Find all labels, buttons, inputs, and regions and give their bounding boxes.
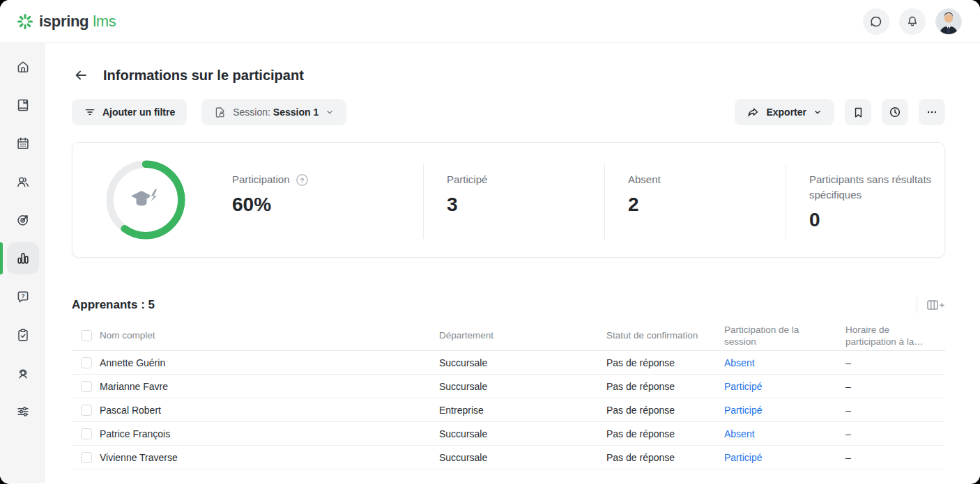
sidebar-item-users[interactable] (7, 166, 39, 198)
col-header-participation[interactable]: Participation de la session (724, 324, 845, 348)
ispring-logo[interactable]: ispring lms (17, 13, 116, 31)
active-indicator (0, 242, 3, 274)
sidebar-item-calendar[interactable] (7, 127, 39, 159)
stat-no-results-label: Participants sans résultats spécifiques (809, 172, 937, 203)
cell-participation-link[interactable]: Absent (724, 428, 755, 439)
table-row: Patrice François Succursale Pas de répon… (72, 422, 945, 446)
bookmark-button[interactable] (845, 99, 871, 125)
help-bubble-icon: ? (15, 289, 31, 304)
col-header-department[interactable]: Département (439, 329, 606, 341)
sidebar: ? (0, 43, 45, 483)
svg-text:?: ? (21, 293, 24, 299)
cell-name: Annette Guérin (100, 357, 439, 368)
more-options-button[interactable] (919, 99, 945, 125)
sidebar-item-courses[interactable] (7, 89, 39, 121)
sidebar-item-questions[interactable]: ? (7, 281, 39, 313)
cell-department: Succursale (439, 428, 606, 439)
cell-name: Marianne Favre (100, 381, 439, 392)
cell-participation-link[interactable]: Participé (724, 452, 762, 463)
main-content: Informations sur le participant Ajouter … (45, 43, 980, 483)
messages-button[interactable] (863, 8, 889, 35)
sidebar-item-home[interactable] (7, 51, 39, 83)
clock-icon (888, 105, 902, 119)
chat-icon (869, 15, 883, 29)
stat-absent-label: Absent (628, 172, 661, 187)
col-header-schedule[interactable]: Horaire de participation à la… (845, 324, 945, 348)
cell-schedule: – (845, 452, 945, 463)
row-checkbox[interactable] (81, 405, 92, 416)
sidebar-item-reports[interactable] (7, 242, 39, 274)
bar-chart-icon (15, 251, 31, 266)
row-checkbox[interactable] (81, 452, 92, 463)
sidebar-item-settings[interactable] (7, 396, 39, 428)
topbar: ispring lms (0, 0, 980, 43)
cell-name: Vivienne Traverse (100, 452, 439, 463)
table-row: Marianne Favre Succursale Pas de réponse… (72, 375, 945, 398)
avatar-image (936, 9, 961, 34)
page-title: Informations sur le participant (103, 65, 304, 86)
cell-confirmation: Pas de réponse (606, 381, 724, 392)
columns-plus-icon (926, 297, 945, 313)
cell-name: Pascal Robert (100, 405, 439, 416)
col-header-confirmation[interactable]: Statut de confirmation (606, 329, 724, 341)
calendar-icon (15, 136, 31, 151)
home-icon (15, 59, 31, 75)
session-filter-button[interactable]: Session: Session 1 (201, 99, 346, 125)
divider (917, 297, 917, 313)
stats-card: Participation ? 60% Participé 3 (72, 142, 945, 258)
sliders-icon (15, 404, 31, 419)
session-filter-label: Session: Session 1 (233, 107, 319, 118)
ispring-burst-icon (17, 13, 33, 30)
stat-participated-label: Participé (447, 172, 487, 187)
table-tools (917, 297, 945, 313)
row-checkbox[interactable] (81, 381, 92, 392)
table-row: Pascal Robert Entreprise Pas de réponse … (72, 398, 945, 422)
actions-group: Exporter (735, 99, 945, 125)
user-avatar[interactable] (935, 8, 962, 35)
toolbar: Ajouter un filtre Session: Session 1 (72, 99, 945, 125)
add-column-button[interactable] (926, 297, 945, 313)
sidebar-item-support[interactable] (7, 357, 39, 389)
cell-name: Patrice François (100, 428, 439, 439)
filter-icon (84, 106, 96, 118)
table-row: Annette Guérin Succursale Pas de réponse… (72, 351, 945, 375)
chevron-down-icon (813, 107, 822, 117)
chevron-down-icon (325, 107, 335, 117)
notifications-button[interactable] (899, 8, 926, 35)
export-button[interactable]: Exporter (735, 99, 834, 125)
row-checkbox[interactable] (81, 428, 92, 439)
learners-header: Apprenants : 5 (72, 297, 945, 313)
cell-schedule: – (845, 428, 945, 439)
export-label: Exporter (766, 107, 806, 118)
learners-count-heading: Apprenants : 5 (72, 298, 155, 312)
row-checkbox[interactable] (81, 357, 92, 368)
users-icon (15, 174, 31, 189)
logo-text-primary: ispring (39, 13, 89, 31)
cell-department: Succursale (439, 357, 606, 368)
add-filter-button[interactable]: Ajouter un filtre (72, 99, 187, 125)
col-header-name[interactable]: Nom complet (100, 329, 439, 341)
cell-participation-link[interactable]: Absent (724, 357, 755, 368)
back-button[interactable] (72, 66, 90, 84)
select-all-checkbox[interactable] (81, 330, 92, 341)
sidebar-item-assignments[interactable] (7, 319, 39, 351)
filter-group: Ajouter un filtre Session: Session 1 (72, 99, 346, 125)
help-icon[interactable]: ? (296, 173, 309, 187)
table-header-row: Nom complet Département Statut de confir… (72, 320, 945, 351)
stat-absent-value: 2 (628, 193, 779, 217)
cell-schedule: – (845, 381, 945, 392)
cell-participation-link[interactable]: Participé (724, 381, 762, 392)
table-row: Vivienne Traverse Succursale Pas de répo… (72, 446, 945, 469)
cell-schedule: – (845, 405, 945, 416)
history-button[interactable] (882, 99, 908, 125)
cell-participation-link[interactable]: Participé (724, 405, 762, 416)
cell-confirmation: Pas de réponse (606, 452, 724, 463)
stat-participation: Participation ? 60% (209, 164, 423, 239)
graduation-cap-bolt-icon (130, 187, 162, 213)
sidebar-item-goals[interactable] (7, 204, 39, 236)
svg-text:?: ? (300, 176, 304, 184)
participation-donut (72, 143, 209, 257)
cell-department: Succursale (439, 452, 606, 463)
stat-absent: Absent 2 (604, 164, 786, 239)
target-icon (15, 212, 31, 228)
